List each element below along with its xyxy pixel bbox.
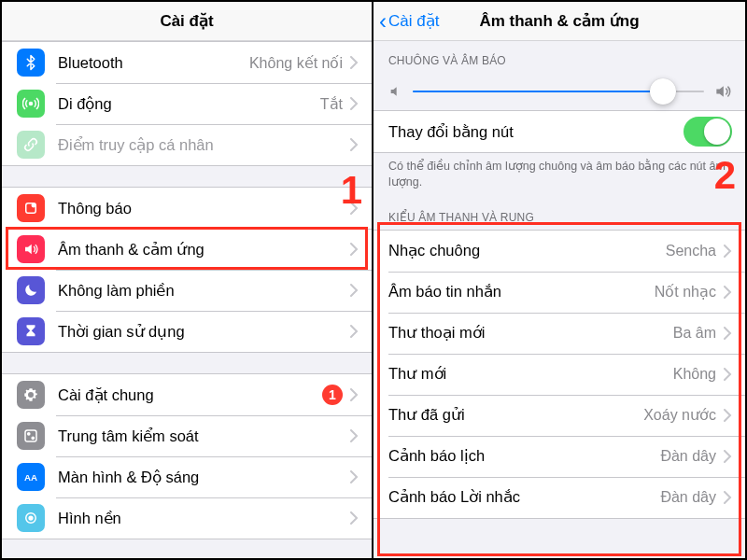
back-button[interactable]: ‹ Cài đặt [379, 10, 439, 33]
svg-point-5 [32, 437, 34, 439]
chevron-left-icon: ‹ [379, 10, 387, 33]
row-label: Không làm phiền [58, 282, 343, 300]
row-value: Sencha [666, 243, 716, 259]
change-with-buttons-group: Thay đổi bằng nút [374, 110, 745, 153]
row-sent-mail[interactable]: Thư đã gửi Xoáy nước [374, 395, 745, 436]
row-cellular[interactable]: Di động Tắt [2, 83, 372, 124]
row-dnd[interactable]: Không làm phiền [2, 270, 372, 311]
sounds-settings-pane: ‹ Cài đặt Âm thanh & cảm ứng CHUÔNG VÀ Â… [374, 2, 745, 558]
row-value: Nốt nhạc [655, 283, 716, 301]
section-header: KIỂU ÂM THANH VÀ RUNG [374, 198, 745, 230]
speaker-high-icon [713, 82, 732, 101]
row-label: Thời gian sử dụng [58, 323, 343, 341]
slider-fill [413, 91, 663, 93]
svg-point-2 [32, 203, 36, 208]
row-reminder-alerts[interactable]: Cảnh báo Lời nhắc Đàn dây [374, 477, 745, 518]
link-icon [17, 131, 45, 159]
settings-group-notifications: Thông báo Âm thanh & cảm ứng Không làm p… [2, 187, 372, 353]
row-label: Thư thoại mới [388, 324, 666, 342]
settings-root-pane: Cài đặt Bluetooth Không kết nối Di động … [2, 2, 374, 558]
volume-slider[interactable] [413, 91, 704, 93]
volume-slider-row [374, 73, 745, 110]
display-icon: AA [17, 463, 45, 491]
gear-icon [17, 381, 45, 409]
row-calendar-alerts[interactable]: Cảnh báo lịch Đàn dây [374, 436, 745, 477]
row-wallpaper[interactable]: Hình nền [2, 497, 372, 539]
row-label: Trung tâm kiểm soát [58, 427, 343, 445]
antenna-icon [17, 90, 45, 118]
row-value: Đàn dây [660, 448, 716, 465]
row-label: Âm thanh & cảm ứng [58, 241, 343, 259]
row-label: Thay đổi bằng nút [388, 123, 684, 141]
svg-point-0 [30, 103, 33, 105]
bluetooth-icon [17, 49, 45, 77]
row-voicemail[interactable]: Thư thoại mới Ba âm [374, 313, 745, 354]
row-label: Bluetooth [58, 54, 242, 72]
row-bluetooth[interactable]: Bluetooth Không kết nối [2, 42, 372, 83]
row-value: Không [673, 366, 716, 383]
row-notifications[interactable]: Thông báo [2, 188, 372, 229]
badge: 1 [322, 385, 343, 405]
settings-group-general: Cài đặt chung 1 Trung tâm kiểm soát AA M… [2, 373, 372, 539]
notifications-icon [17, 194, 45, 222]
row-general[interactable]: Cài đặt chung 1 [2, 374, 372, 415]
row-ringtone[interactable]: Nhạc chuông Sencha [374, 231, 745, 272]
row-label: Nhạc chuông [388, 242, 658, 259]
row-value: Tắt [320, 95, 343, 113]
row-new-mail[interactable]: Thư mới Không [374, 354, 745, 395]
row-hotspot[interactable]: Điểm truy cập cá nhân [2, 124, 372, 165]
chevron-right-icon [350, 325, 359, 338]
slider-knob[interactable] [650, 78, 676, 105]
row-label: Âm báo tin nhắn [388, 283, 647, 301]
chevron-right-icon [350, 284, 359, 297]
speaker-icon [17, 235, 45, 263]
toggle-switch[interactable] [684, 117, 732, 147]
chevron-right-icon [350, 243, 359, 256]
row-sounds[interactable]: Âm thanh & cảm ứng [2, 229, 372, 270]
row-label: Cảnh báo lịch [388, 447, 653, 465]
row-value: Ba âm [673, 325, 716, 342]
chevron-right-icon [350, 138, 359, 151]
row-display[interactable]: AA Màn hình & Độ sáng [2, 456, 372, 497]
hourglass-icon [17, 317, 45, 345]
sound-patterns-group: Nhạc chuông Sencha Âm báo tin nhắn Nốt n… [374, 230, 745, 519]
row-text-tone[interactable]: Âm báo tin nhắn Nốt nhạc [374, 272, 745, 313]
row-value: Không kết nối [249, 54, 343, 72]
section-header: CHUÔNG VÀ ÂM BÁO [374, 41, 745, 73]
row-label: Di động [58, 95, 313, 113]
chevron-right-icon [724, 450, 732, 463]
row-change-with-buttons[interactable]: Thay đổi bằng nút [374, 111, 745, 152]
chevron-right-icon [724, 286, 732, 299]
section-footer: Có thể điều chỉnh âm lượng chuông và âm … [374, 153, 745, 198]
chevron-right-icon [350, 202, 359, 215]
header: Cài đặt [2, 2, 372, 41]
svg-rect-3 [25, 430, 36, 441]
svg-point-4 [28, 433, 30, 435]
settings-group-connectivity: Bluetooth Không kết nối Di động Tắt Điểm… [2, 41, 372, 166]
chevron-right-icon [724, 327, 732, 340]
row-value: Xoáy nước [643, 406, 716, 424]
row-label: Hình nền [58, 510, 343, 527]
chevron-right-icon [350, 511, 359, 525]
row-screentime[interactable]: Thời gian sử dụng [2, 311, 372, 352]
chevron-right-icon [724, 491, 732, 504]
row-label: Màn hình & Độ sáng [58, 469, 343, 486]
header: ‹ Cài đặt Âm thanh & cảm ứng [374, 2, 745, 41]
wallpaper-icon [17, 504, 45, 532]
chevron-right-icon [724, 409, 732, 422]
row-label: Cài đặt chung [58, 386, 315, 404]
svg-point-8 [29, 516, 33, 520]
row-label: Thông báo [58, 200, 343, 217]
chevron-right-icon [350, 388, 359, 401]
row-label: Thư đã gửi [388, 406, 636, 424]
chevron-right-icon [724, 368, 732, 381]
chevron-right-icon [350, 97, 359, 110]
chevron-right-icon [350, 56, 359, 69]
row-control-center[interactable]: Trung tâm kiểm soát [2, 415, 372, 456]
chevron-right-icon [350, 470, 359, 483]
row-label: Điểm truy cập cá nhân [58, 136, 343, 154]
chevron-right-icon [350, 429, 359, 442]
moon-icon [17, 276, 45, 304]
control-center-icon [17, 422, 45, 450]
back-label: Cài đặt [388, 11, 439, 31]
